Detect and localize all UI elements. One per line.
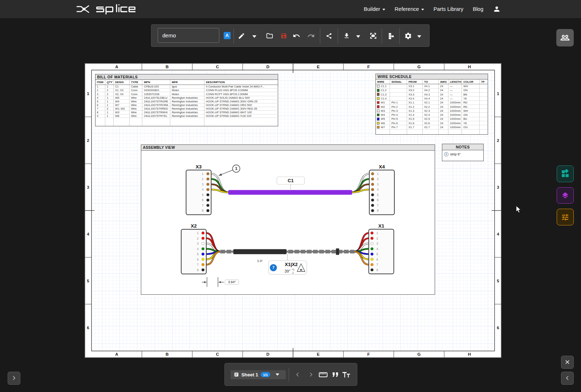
cable-tie[interactable] — [336, 248, 339, 255]
open-project-button[interactable] — [266, 32, 273, 40]
connector-pin — [202, 269, 204, 271]
connector-x2[interactable]: X2 1 2 3 4 5 6 7 8 — [181, 223, 206, 274]
nav-blog[interactable]: Blog — [473, 6, 483, 12]
annotation-toggle-button[interactable]: A — [224, 32, 231, 39]
design-name-input[interactable] — [158, 28, 219, 43]
splice-wordmark — [96, 4, 135, 15]
flag-length-value: 39" — [284, 269, 290, 273]
pin-number: 8 — [197, 268, 199, 272]
undo-button[interactable] — [293, 32, 300, 40]
save-button[interactable] — [280, 32, 287, 39]
edit-tool-button[interactable] — [238, 32, 245, 40]
connector-pin — [371, 199, 374, 202]
fit-view-button[interactable] — [369, 32, 377, 40]
connector-pin — [202, 242, 204, 245]
pin-number: 3 — [197, 242, 199, 245]
pin-number: 4 — [377, 188, 379, 191]
nav-builder[interactable]: Builder — [364, 6, 385, 12]
connector-pin — [371, 237, 374, 240]
sheet-selector-button[interactable]: Sheet 1 1/1 — [231, 370, 286, 379]
connector-pin — [371, 253, 374, 256]
pin-number: 6 — [197, 258, 199, 261]
splice-logo-icon — [77, 5, 89, 12]
sheet-navigation-bar: Sheet 1 1/1 — [224, 363, 357, 386]
text-tool-button[interactable] — [342, 372, 350, 378]
pin-number: 7 — [202, 204, 204, 207]
collaborators-button[interactable] — [556, 29, 574, 46]
prev-sheet-button[interactable] — [295, 372, 301, 377]
balloon-note-1[interactable]: 1 — [219, 165, 240, 176]
sheet-name: Sheet 1 — [241, 372, 258, 377]
connector-label: X1 — [378, 223, 385, 229]
download-button[interactable] — [343, 32, 350, 39]
flag-balloon-number: 7 — [272, 265, 275, 270]
connector-pin — [202, 253, 204, 256]
app-logo[interactable] — [75, 0, 139, 18]
share-button[interactable] — [326, 33, 332, 39]
pin-number: 3 — [377, 183, 379, 186]
connector-pin — [207, 193, 210, 196]
connector-x4[interactable]: X4 1 2 3 4 5 6 7 8 — [369, 164, 394, 215]
shrink-length-label: 3.9" — [257, 259, 263, 263]
parts-panel-button[interactable] — [557, 166, 574, 182]
toolbar-divider — [399, 28, 400, 44]
sheet-doc-icon — [234, 372, 239, 377]
mouse-cursor — [516, 205, 521, 215]
connector-pin — [371, 242, 374, 245]
collapse-right-button[interactable] — [561, 372, 574, 385]
close-panel-button[interactable] — [561, 356, 574, 369]
dimension-3-94[interactable]: 3.94" — [202, 277, 239, 287]
connector-pin — [207, 183, 210, 186]
pin-number: 2 — [197, 237, 199, 240]
pin-number: 8 — [377, 209, 379, 212]
connector-label: X4 — [379, 164, 385, 170]
connector-x3[interactable]: X3 1 2 3 4 5 6 7 8 — [186, 164, 211, 215]
pin-number: 1 — [202, 172, 204, 176]
pin-number: 7 — [377, 204, 379, 207]
pin-number: 5 — [376, 252, 378, 256]
pin-number: 2 — [202, 177, 204, 181]
next-sheet-button[interactable] — [308, 372, 314, 377]
cable-label-c1[interactable]: C1 — [277, 177, 305, 191]
nav-reference[interactable]: Reference — [395, 6, 424, 12]
pin-number: 7 — [376, 263, 378, 266]
length-flag-note[interactable]: 7 X1|X2 39" +1 -1 M — [268, 254, 307, 274]
note-tool-button[interactable] — [332, 372, 338, 377]
connector-x1[interactable]: X1 1 2 3 4 5 6 7 8 — [369, 223, 394, 274]
settings-caret[interactable] — [417, 35, 421, 38]
properties-panel-button[interactable] — [557, 209, 574, 225]
edit-tool-caret[interactable] — [252, 35, 256, 38]
pin-number: 6 — [376, 258, 378, 261]
connector-pin — [371, 263, 374, 266]
connector-pin — [371, 232, 374, 234]
connector-pin — [371, 204, 374, 207]
pin-number: 1 — [376, 231, 378, 235]
cable-label-text: C1 — [288, 178, 294, 183]
connector-pin — [207, 199, 210, 202]
pin-number: 5 — [202, 193, 204, 197]
redo-button[interactable] — [307, 32, 315, 40]
app-header: BuilderReferenceParts LibraryBlog — [0, 0, 581, 18]
sheetbar-divider — [289, 368, 289, 381]
drawing-sheet[interactable]: A A B B C C D D E E F F G G H H 1 1 2 2 … — [85, 63, 501, 358]
pin-number: 8 — [202, 209, 204, 212]
cable-c1[interactable] — [228, 190, 352, 195]
pin-number: 7 — [197, 263, 199, 266]
connector-pin — [202, 263, 204, 266]
layers-panel-button[interactable] — [557, 187, 574, 204]
heat-shrink-tube[interactable] — [233, 249, 287, 254]
pin-number: 3 — [202, 183, 204, 186]
dimension-tool-button[interactable] — [319, 372, 328, 377]
pin-number: 2 — [377, 177, 379, 181]
pin-number: 6 — [377, 198, 379, 202]
schematic-view-button[interactable] — [387, 32, 394, 40]
toolbar-divider — [320, 28, 320, 44]
connector-pin — [371, 178, 374, 181]
pin-number: 4 — [202, 188, 204, 191]
expand-left-button[interactable] — [8, 372, 21, 385]
account-menu[interactable] — [493, 5, 501, 13]
connector-pin — [371, 172, 374, 175]
settings-button[interactable] — [404, 32, 412, 40]
nav-parts-library[interactable]: Parts Library — [434, 6, 463, 12]
download-caret[interactable] — [356, 35, 360, 38]
